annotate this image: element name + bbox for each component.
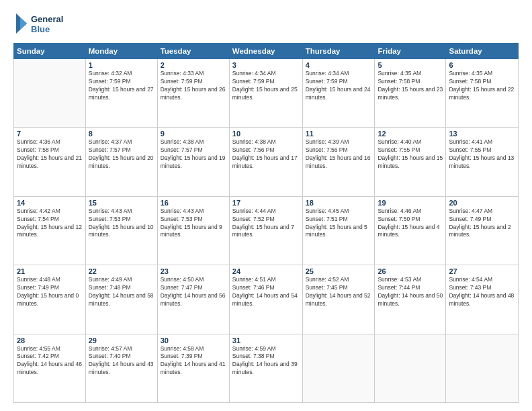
calendar-cell: 14Sunrise: 4:42 AM Sunset: 7:54 PM Dayli… [14, 196, 86, 265]
svg-text:Blue: Blue [31, 24, 50, 34]
calendar-cell: 29Sunrise: 4:57 AM Sunset: 7:40 PM Dayli… [85, 334, 157, 402]
day-number: 27 [449, 267, 515, 275]
weekday-header-wednesday: Wednesday [229, 44, 302, 59]
calendar-cell: 18Sunrise: 4:45 AM Sunset: 7:51 PM Dayli… [302, 196, 375, 265]
day-info: Sunrise: 4:39 AM Sunset: 7:56 PM Dayligh… [306, 138, 372, 171]
weekday-header-friday: Friday [375, 44, 446, 59]
day-number: 4 [306, 61, 372, 69]
calendar-cell: 27Sunrise: 4:54 AM Sunset: 7:43 PM Dayli… [446, 265, 519, 334]
weekday-header-row: SundayMondayTuesdayWednesdayThursdayFrid… [14, 44, 519, 59]
day-info: Sunrise: 4:49 AM Sunset: 7:48 PM Dayligh… [89, 276, 154, 308]
weekday-header-sunday: Sunday [14, 44, 86, 59]
calendar-cell: 5Sunrise: 4:35 AM Sunset: 7:58 PM Daylig… [375, 59, 446, 128]
logo-svg: General Blue [13, 11, 67, 36]
day-info: Sunrise: 4:34 AM Sunset: 7:59 PM Dayligh… [306, 70, 372, 102]
day-number: 8 [89, 130, 154, 138]
weekday-header-saturday: Saturday [446, 44, 519, 59]
day-number: 13 [449, 130, 515, 138]
calendar-cell: 12Sunrise: 4:40 AM Sunset: 7:55 PM Dayli… [375, 128, 446, 196]
day-info: Sunrise: 4:46 AM Sunset: 7:50 PM Dayligh… [378, 208, 443, 240]
day-number: 7 [17, 130, 83, 138]
day-info: Sunrise: 4:50 AM Sunset: 7:47 PM Dayligh… [161, 276, 226, 308]
calendar-cell: 23Sunrise: 4:50 AM Sunset: 7:47 PM Dayli… [157, 265, 229, 334]
calendar-cell: 26Sunrise: 4:53 AM Sunset: 7:44 PM Dayli… [375, 265, 446, 334]
day-info: Sunrise: 4:43 AM Sunset: 7:53 PM Dayligh… [161, 208, 226, 240]
calendar-cell: 7Sunrise: 4:36 AM Sunset: 7:58 PM Daylig… [14, 128, 86, 196]
day-info: Sunrise: 4:35 AM Sunset: 7:58 PM Dayligh… [378, 70, 443, 102]
calendar-cell: 6Sunrise: 4:35 AM Sunset: 7:58 PM Daylig… [446, 59, 519, 128]
calendar-cell: 17Sunrise: 4:44 AM Sunset: 7:52 PM Dayli… [229, 196, 302, 265]
day-info: Sunrise: 4:59 AM Sunset: 7:38 PM Dayligh… [232, 345, 300, 377]
calendar-cell: 1Sunrise: 4:32 AM Sunset: 7:59 PM Daylig… [85, 59, 157, 128]
day-info: Sunrise: 4:43 AM Sunset: 7:53 PM Dayligh… [89, 208, 154, 240]
calendar-cell: 20Sunrise: 4:47 AM Sunset: 7:49 PM Dayli… [446, 196, 519, 265]
day-number: 12 [378, 130, 443, 138]
calendar-week-row: 28Sunrise: 4:55 AM Sunset: 7:42 PM Dayli… [14, 334, 519, 402]
day-number: 17 [232, 199, 300, 207]
day-number: 28 [17, 336, 83, 345]
calendar-cell: 28Sunrise: 4:55 AM Sunset: 7:42 PM Dayli… [14, 334, 86, 402]
day-number: 24 [232, 267, 300, 275]
calendar-cell: 9Sunrise: 4:38 AM Sunset: 7:57 PM Daylig… [157, 128, 229, 196]
day-info: Sunrise: 4:32 AM Sunset: 7:59 PM Dayligh… [89, 70, 154, 102]
logo: General Blue [13, 11, 67, 36]
day-info: Sunrise: 4:35 AM Sunset: 7:58 PM Dayligh… [449, 70, 515, 102]
day-info: Sunrise: 4:34 AM Sunset: 7:59 PM Dayligh… [232, 70, 300, 102]
calendar-week-row: 14Sunrise: 4:42 AM Sunset: 7:54 PM Dayli… [14, 196, 519, 265]
svg-text:General: General [31, 14, 63, 24]
day-info: Sunrise: 4:47 AM Sunset: 7:49 PM Dayligh… [449, 208, 515, 240]
calendar-cell: 3Sunrise: 4:34 AM Sunset: 7:59 PM Daylig… [229, 59, 302, 128]
day-info: Sunrise: 4:44 AM Sunset: 7:52 PM Dayligh… [232, 208, 300, 240]
day-info: Sunrise: 4:55 AM Sunset: 7:42 PM Dayligh… [17, 345, 83, 377]
calendar-cell: 10Sunrise: 4:38 AM Sunset: 7:56 PM Dayli… [229, 128, 302, 196]
day-number: 10 [232, 130, 300, 138]
calendar-week-row: 7Sunrise: 4:36 AM Sunset: 7:58 PM Daylig… [14, 128, 519, 196]
day-number: 3 [232, 61, 300, 69]
day-number: 29 [89, 336, 154, 345]
day-number: 26 [378, 267, 443, 275]
weekday-header-thursday: Thursday [302, 44, 375, 59]
calendar-cell: 31Sunrise: 4:59 AM Sunset: 7:38 PM Dayli… [229, 334, 302, 402]
calendar-cell: 30Sunrise: 4:58 AM Sunset: 7:39 PM Dayli… [157, 334, 229, 402]
calendar-table: SundayMondayTuesdayWednesdayThursdayFrid… [13, 43, 519, 403]
calendar-cell: 25Sunrise: 4:52 AM Sunset: 7:45 PM Dayli… [302, 265, 375, 334]
day-info: Sunrise: 4:52 AM Sunset: 7:45 PM Dayligh… [306, 276, 372, 308]
calendar-cell: 4Sunrise: 4:34 AM Sunset: 7:59 PM Daylig… [302, 59, 375, 128]
day-number: 25 [306, 267, 372, 275]
calendar-cell: 8Sunrise: 4:37 AM Sunset: 7:57 PM Daylig… [85, 128, 157, 196]
day-info: Sunrise: 4:38 AM Sunset: 7:56 PM Dayligh… [232, 138, 300, 171]
calendar-cell: 19Sunrise: 4:46 AM Sunset: 7:50 PM Dayli… [375, 196, 446, 265]
calendar-cell: 24Sunrise: 4:51 AM Sunset: 7:46 PM Dayli… [229, 265, 302, 334]
day-info: Sunrise: 4:51 AM Sunset: 7:46 PM Dayligh… [232, 276, 300, 308]
calendar-cell: 13Sunrise: 4:41 AM Sunset: 7:55 PM Dayli… [446, 128, 519, 196]
day-number: 2 [161, 61, 226, 69]
calendar-cell [446, 334, 519, 402]
day-info: Sunrise: 4:45 AM Sunset: 7:51 PM Dayligh… [306, 208, 372, 240]
calendar-cell: 21Sunrise: 4:48 AM Sunset: 7:49 PM Dayli… [14, 265, 86, 334]
day-number: 5 [378, 61, 443, 69]
day-info: Sunrise: 4:57 AM Sunset: 7:40 PM Dayligh… [89, 345, 154, 377]
day-info: Sunrise: 4:42 AM Sunset: 7:54 PM Dayligh… [17, 208, 83, 240]
day-info: Sunrise: 4:36 AM Sunset: 7:58 PM Dayligh… [17, 138, 83, 171]
calendar-cell: 11Sunrise: 4:39 AM Sunset: 7:56 PM Dayli… [302, 128, 375, 196]
day-number: 20 [449, 199, 515, 207]
calendar-week-row: 1Sunrise: 4:32 AM Sunset: 7:59 PM Daylig… [14, 59, 519, 128]
day-number: 23 [161, 267, 226, 275]
calendar-cell: 16Sunrise: 4:43 AM Sunset: 7:53 PM Dayli… [157, 196, 229, 265]
day-number: 16 [161, 199, 226, 207]
calendar-cell: 2Sunrise: 4:33 AM Sunset: 7:59 PM Daylig… [157, 59, 229, 128]
calendar-cell [302, 334, 375, 402]
calendar-page: General Blue SundayMondayTuesdayWednesda… [0, 0, 532, 411]
day-info: Sunrise: 4:54 AM Sunset: 7:43 PM Dayligh… [449, 276, 515, 308]
day-number: 1 [89, 61, 154, 69]
header: General Blue [13, 11, 519, 36]
day-number: 15 [89, 199, 154, 207]
calendar-cell: 22Sunrise: 4:49 AM Sunset: 7:48 PM Dayli… [85, 265, 157, 334]
calendar-cell [14, 59, 86, 128]
weekday-header-tuesday: Tuesday [157, 44, 229, 59]
day-number: 30 [161, 336, 226, 345]
calendar-cell [375, 334, 446, 402]
day-number: 19 [378, 199, 443, 207]
day-number: 31 [232, 336, 300, 345]
day-number: 18 [306, 199, 372, 207]
